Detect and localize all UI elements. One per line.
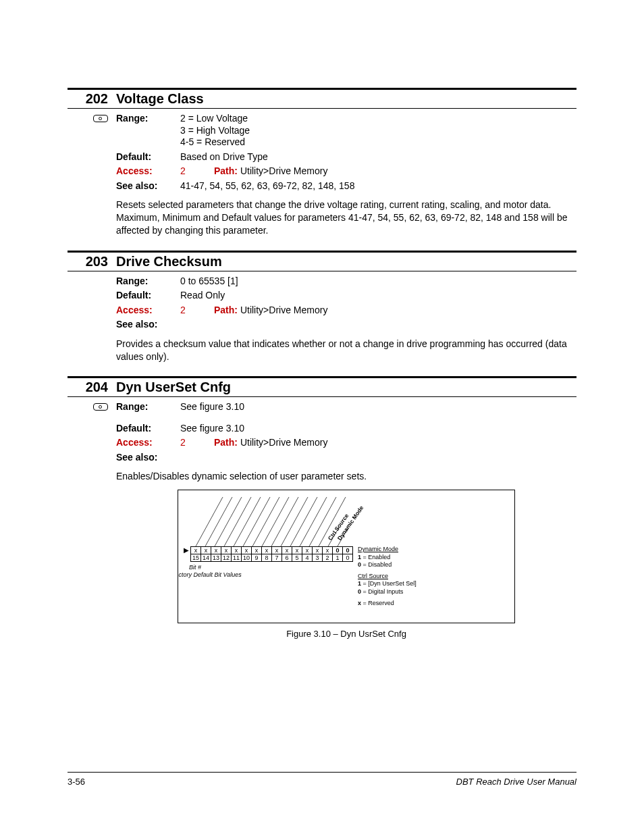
section-rule (68, 251, 576, 253)
param-header: 202 Voltage Class (68, 91, 576, 109)
param-header: 203 Drive Checksum (68, 254, 576, 271)
default-label: Default: (116, 151, 180, 163)
page: 202 Voltage Class Range: 2 = Low Voltage… (0, 0, 644, 834)
bit-hash-label: Bit # (189, 564, 201, 571)
default-value: Based on Drive Type (180, 151, 576, 163)
page-number: 3-56 (68, 777, 85, 787)
arrow-icon: ▶ (184, 547, 189, 554)
path-value: Utility>Drive Memory (240, 165, 328, 176)
param-content: Range: 0 to 65535 [1] Default: Read Only… (116, 276, 576, 363)
see-also-label: See also: (116, 452, 180, 464)
param-content: Range: 2 = Low Voltage 3 = High Voltage … (116, 113, 576, 237)
see-also-label: See also: (116, 319, 180, 331)
manual-title: DBT Reach Drive User Manual (456, 777, 576, 787)
legend: Dynamic Mode 1 = Enabled 0 = Disabled Ct… (358, 546, 417, 611)
range-value: See figure 3.10 (180, 401, 576, 413)
param-description: Enables/Disables dynamic selection of us… (116, 470, 576, 483)
gutter (68, 401, 116, 639)
path-label: Path: (214, 165, 238, 176)
default-label: Default: (116, 290, 180, 302)
path: Path: Utility>Drive Memory (214, 305, 327, 317)
section-rule (68, 88, 576, 90)
range-label: Range: (116, 276, 180, 288)
default-value: See figure 3.10 (180, 423, 576, 435)
default-label: Default: (116, 423, 180, 435)
page-footer: 3-56 DBT Reach Drive User Manual (68, 772, 576, 787)
bit-numbers-row: 15 14 13 12 11 10 9 8 7 6 5 4 3 (191, 554, 353, 562)
access-label: Access: (116, 165, 180, 178)
legend-block: Ctrl Source 1 = [Dyn UserSet Sel] 0 = Di… (358, 573, 417, 596)
range-label: Range: (116, 401, 180, 413)
param-content: Range: See figure 3.10 Default: See figu… (116, 401, 576, 639)
path-value: Utility>Drive Memory (240, 305, 328, 315)
bit-values-row: x x x x x x x x x x x x x (191, 547, 353, 554)
param-description: Resets selected parameters that change t… (116, 199, 576, 237)
access-label: Access: (116, 305, 180, 317)
path-label: Path: (214, 305, 238, 315)
param-title: Drive Checksum (116, 254, 222, 269)
legend-block: Dynamic Mode 1 = Enabled 0 = Disabled (358, 546, 417, 569)
access-value: 2 (180, 305, 214, 317)
see-also-value (180, 452, 576, 464)
legend-block: x = Reserved (358, 600, 417, 607)
see-also-label: See also: (116, 180, 180, 192)
param-title: Dyn UserSet Cnfg (116, 380, 231, 395)
gutter (68, 276, 116, 363)
gutter (68, 113, 116, 237)
access-value: 2 (180, 437, 214, 449)
param-description: Provides a checksum value that indicates… (116, 338, 576, 363)
range-label: Range: (116, 113, 180, 149)
range-value: 0 to 65535 [1] (180, 276, 576, 288)
figure-caption: Figure 3.10 – Dyn UsrSet Cnfg (116, 629, 576, 639)
access-label: Access: (116, 437, 180, 449)
param-number: 202 (68, 91, 116, 107)
path: Path: Utility>Drive Memory (214, 165, 327, 178)
param-title: Voltage Class (116, 91, 204, 107)
param-number: 204 (68, 380, 116, 395)
indicator-icon (93, 403, 108, 411)
param-number: 203 (68, 254, 116, 269)
indicator-icon (93, 115, 108, 122)
access-value: 2 (180, 165, 214, 178)
factory-default-label: Factory Default Bit Values (178, 571, 242, 578)
see-also-value (180, 319, 576, 331)
path-value: Utility>Drive Memory (240, 437, 328, 448)
section-rule (68, 376, 576, 378)
see-also-value: 41-47, 54, 55, 62, 63, 69-72, 82, 148, 1… (180, 180, 576, 192)
path: Path: Utility>Drive Memory (214, 437, 327, 449)
param-204: 204 Dyn UserSet Cnfg Range: See figure 3… (68, 376, 576, 639)
bit-table: x x x x x x x x x x x x x (190, 546, 353, 562)
param-202: 202 Voltage Class Range: 2 = Low Voltage… (68, 88, 576, 237)
default-value: Read Only (180, 290, 576, 302)
param-header: 204 Dyn UserSet Cnfg (68, 380, 576, 397)
figure-3-10: x x x x x x x x x x x x x (178, 490, 515, 623)
path-label: Path: (214, 437, 238, 448)
range-value: 2 = Low Voltage 3 = High Voltage 4-5 = R… (180, 113, 576, 149)
param-203: 203 Drive Checksum Range: 0 to 65535 [1]… (68, 251, 576, 363)
